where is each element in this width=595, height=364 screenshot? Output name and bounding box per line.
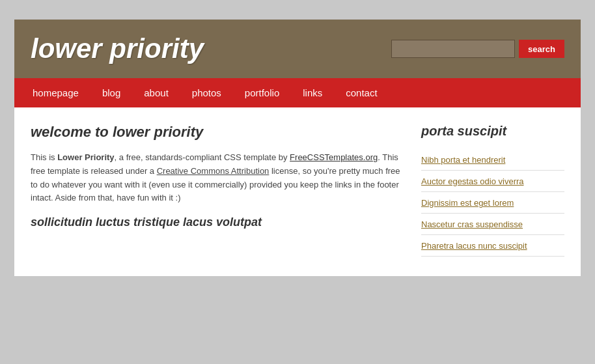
second-heading: sollicitudin luctus tristique lacus volu… [31,216,402,229]
list-item: Pharetra lacus nunc suscipit [421,235,564,257]
content-wrapper: welcome to lower priority This is Lower … [14,107,581,276]
intro-paragraph: This is Lower Priority, a free, standard… [31,151,402,205]
nav-link-contact[interactable]: contact [334,78,389,107]
list-item: Auctor egestas odio viverra [421,171,564,192]
header: lower priority search [14,20,581,78]
intro-bold: Lower Priority [57,152,114,162]
nav-list: homepage blog about photos portfolio lin… [21,78,574,107]
nav-item-homepage: homepage [21,78,90,107]
list-item: Nascetur cras suspendisse [421,214,564,235]
sidebar-heading: porta suscipit [421,124,564,139]
nav-item-blog: blog [90,78,132,107]
sidebar-link-3[interactable]: Dignissim est eget lorem [421,198,514,208]
sidebar-link-list: Nibh porta et hendrerit Auctor egestas o… [421,149,564,257]
sidebar-link-4[interactable]: Nascetur cras suspendisse [421,219,523,229]
site-title: lower priority [31,35,204,63]
nav-item-contact: contact [334,78,389,107]
list-item: Dignissim est eget lorem [421,192,564,214]
nav-link-about[interactable]: about [132,78,180,107]
search-input[interactable] [391,40,515,58]
list-item: Nibh porta et hendrerit [421,149,564,171]
cc-link[interactable]: Creative Commons Attribution [157,166,270,176]
main-content: welcome to lower priority This is Lower … [31,124,421,257]
nav-link-links[interactable]: links [291,78,334,107]
sidebar-link-1[interactable]: Nibh porta et hendrerit [421,155,505,165]
main-heading: welcome to lower priority [31,124,402,141]
search-button[interactable]: search [519,40,564,58]
intro-text-1: This is [31,152,57,162]
main-nav: homepage blog about photos portfolio lin… [14,78,581,107]
search-form: search [391,40,564,58]
intro-text-2: , a free, standards-compliant CSS templa… [115,152,290,162]
sidebar-link-2[interactable]: Auctor egestas odio viverra [421,176,524,186]
sidebar: porta suscipit Nibh porta et hendrerit A… [421,124,564,257]
sidebar-link-5[interactable]: Pharetra lacus nunc suscipit [421,241,527,251]
nav-item-about: about [132,78,180,107]
nav-item-links: links [291,78,334,107]
outer-wrapper: lower priority search homepage blog abou… [14,20,581,276]
freecss-link[interactable]: FreeCSSTemplates.org [290,152,378,162]
nav-link-homepage[interactable]: homepage [21,78,90,107]
nav-link-blog[interactable]: blog [90,78,132,107]
nav-item-photos: photos [180,78,233,107]
nav-item-portfolio: portfolio [233,78,291,107]
nav-link-portfolio[interactable]: portfolio [233,78,291,107]
nav-link-photos[interactable]: photos [180,78,233,107]
